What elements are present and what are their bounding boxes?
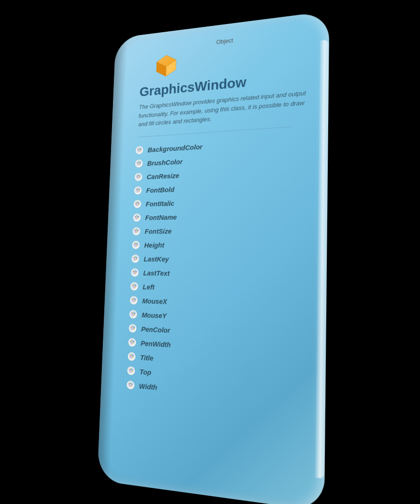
property-label: LastKey — [144, 255, 169, 263]
property-label: FontName — [145, 213, 177, 221]
list-item[interactable]: Height — [131, 237, 307, 252]
palette-icon — [133, 212, 142, 222]
palette-icon — [128, 323, 138, 333]
palette-icon — [135, 145, 145, 156]
property-label: BrushColor — [147, 157, 183, 167]
property-label: Height — [144, 241, 164, 249]
palette-icon — [134, 172, 144, 182]
card: Object — [97, 11, 329, 504]
property-label: BackgroundColor — [148, 142, 202, 153]
palette-icon — [131, 254, 140, 264]
palette-icon — [135, 159, 144, 169]
palette-icon — [132, 240, 141, 250]
property-label: Left — [143, 283, 155, 291]
list-item[interactable]: LastKey — [131, 252, 306, 267]
palette-icon — [129, 309, 138, 320]
palette-icon — [134, 185, 143, 196]
scene: Object — [0, 0, 420, 504]
palette-icon — [127, 351, 137, 362]
property-label: PenWidth — [140, 339, 171, 348]
property-label: FontBold — [146, 185, 174, 194]
property-label: MouseX — [142, 296, 167, 305]
property-label: FontSize — [145, 227, 172, 235]
palette-icon — [130, 267, 140, 277]
properties-list: BackgroundColor BrushColor — [126, 133, 308, 406]
property-label: MouseY — [142, 310, 167, 320]
palette-icon — [128, 337, 137, 348]
palette-icon — [127, 365, 136, 376]
property-label: PenColor — [141, 325, 171, 334]
card-wrapper: Object — [97, 11, 329, 504]
list-item[interactable]: FontSize — [132, 221, 307, 238]
palette-icon — [132, 226, 142, 236]
palette-icon — [130, 281, 139, 292]
object-label: Object — [147, 27, 309, 53]
palette-icon — [133, 199, 143, 209]
property-label: FontItalic — [146, 199, 174, 208]
property-label: LastText — [143, 269, 170, 277]
property-label: Title — [140, 353, 153, 362]
property-label: Width — [139, 381, 157, 391]
cube-icon — [154, 52, 178, 79]
property-label: Top — [139, 367, 151, 376]
palette-icon — [129, 295, 139, 306]
palette-icon — [126, 380, 136, 391]
property-label: CanResize — [147, 171, 179, 180]
